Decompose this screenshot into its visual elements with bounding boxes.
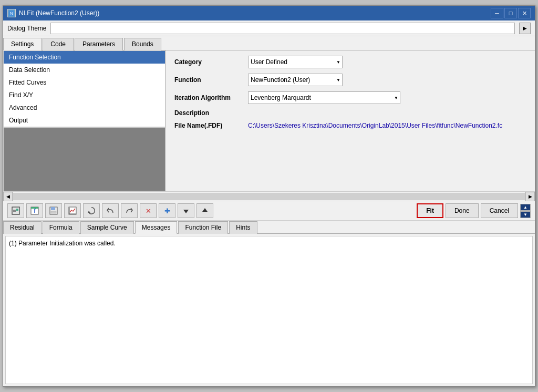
filename-value[interactable]: C:\Users\Szekeres Krisztina\Documents\Or… <box>248 122 502 129</box>
toolbar-up-btn[interactable] <box>196 203 213 218</box>
category-select[interactable]: User Defined Growth/Sigmoidal Peak Funct… <box>248 56 343 68</box>
nav-function-selection[interactable]: Function Selection <box>4 51 165 64</box>
tab-code[interactable]: Code <box>43 38 74 50</box>
left-panel: Function Selection Data Selection Fitted… <box>3 50 166 191</box>
toolbar-remove-btn[interactable]: ✕ <box>140 203 157 218</box>
description-row: Description <box>174 109 526 117</box>
function-select-wrapper: NewFunction2 (User) <box>248 74 343 86</box>
scroll-left-btn[interactable]: ◀ <box>3 192 13 201</box>
close-btn[interactable]: ✕ <box>518 8 531 18</box>
function-label: Function <box>174 76 248 84</box>
nav-output[interactable]: Output <box>4 114 165 127</box>
fit-button[interactable]: Fit <box>417 203 443 218</box>
main-window: N NLFit (NewFunction2 (User)) ─ □ ✕ Dial… <box>3 5 535 387</box>
iteration-row: Iteration Algorithm Levenberg Marquardt … <box>174 91 526 104</box>
main-tab-bar: Settings Code Parameters Bounds <box>3 36 535 50</box>
bottom-tab-bar: Residual Formula Sample Curve Messages F… <box>3 221 535 234</box>
svg-text:✕: ✕ <box>146 207 151 215</box>
toolbar-undo-btn[interactable] <box>102 203 119 218</box>
iteration-select[interactable]: Levenberg Marquardt Simplex Orthogonal D… <box>248 91 400 104</box>
scroll-up-tiny-btn[interactable]: ▲ <box>520 204 531 211</box>
minimize-btn[interactable]: ─ <box>491 8 503 18</box>
filename-row: File Name(.FDF) C:\Users\Szekeres Kriszt… <box>174 122 526 129</box>
toolbar-settings-btn[interactable] <box>7 203 24 218</box>
iteration-select-wrapper: Levenberg Marquardt Simplex Orthogonal D… <box>248 91 400 104</box>
scroll-track[interactable] <box>13 193 525 200</box>
dialog-theme-bar: Dialog Theme ▶ <box>3 20 535 36</box>
tab-formula[interactable]: Formula <box>43 221 79 234</box>
filename-label: File Name(.FDF) <box>174 122 248 129</box>
tab-settings[interactable]: Settings <box>3 38 42 50</box>
svg-marker-17 <box>183 210 189 213</box>
nav-advanced[interactable]: Advanced <box>4 101 165 114</box>
right-panel: Category User Defined Growth/Sigmoidal P… <box>166 50 535 191</box>
toolbar-chart-btn[interactable] <box>64 203 81 218</box>
title-bar-left: N NLFit (NewFunction2 (User)) <box>7 9 99 17</box>
horizontal-scrollbar: ◀ ▶ <box>3 191 535 201</box>
dialog-theme-label: Dialog Theme <box>7 25 46 32</box>
toolbar-redo-btn[interactable] <box>121 203 138 218</box>
svg-rect-4 <box>16 209 18 211</box>
category-row: Category User Defined Growth/Sigmoidal P… <box>174 56 526 68</box>
maximize-btn[interactable]: □ <box>504 8 517 18</box>
nav-list: Function Selection Data Selection Fitted… <box>3 50 165 127</box>
svg-marker-18 <box>202 208 208 212</box>
app-icon: N <box>7 9 16 17</box>
description-label: Description <box>174 109 248 117</box>
category-label: Category <box>174 58 248 66</box>
tab-residual[interactable]: Residual <box>3 221 42 234</box>
category-select-wrapper: User Defined Growth/Sigmoidal Peak Funct… <box>248 56 343 68</box>
dialog-theme-input[interactable] <box>50 23 515 34</box>
svg-rect-3 <box>13 210 16 212</box>
iteration-label: Iteration Algorithm <box>174 94 248 101</box>
tab-bounds[interactable]: Bounds <box>124 38 161 50</box>
svg-marker-14 <box>88 211 90 213</box>
nav-find-xy[interactable]: Find X/Y <box>4 89 165 101</box>
scroll-down-tiny-btn[interactable]: ▼ <box>520 211 531 218</box>
function-row: Function NewFunction2 (User) <box>174 74 526 86</box>
toolbar: f <box>3 201 535 221</box>
scroll-up-down-btns: ▲ ▼ <box>520 204 531 218</box>
toolbar-datainfo-btn[interactable]: f <box>26 203 43 218</box>
output-area: (1) Parameter Initialization was called. <box>5 236 533 384</box>
window-title: NLFit (NewFunction2 (User)) <box>19 9 99 17</box>
svg-text:✚: ✚ <box>164 207 170 215</box>
dialog-theme-arrow-btn[interactable]: ▶ <box>519 23 531 34</box>
svg-rect-9 <box>51 207 55 210</box>
toolbar-add-btn[interactable]: ✚ <box>159 203 175 218</box>
output-message: (1) Parameter Initialization was called. <box>9 240 116 247</box>
svg-text:N: N <box>10 11 13 16</box>
svg-rect-10 <box>51 211 56 213</box>
nav-fitted-curves[interactable]: Fitted Curves <box>4 76 165 89</box>
scroll-right-btn[interactable]: ▶ <box>525 192 535 201</box>
nav-data-selection[interactable]: Data Selection <box>4 64 165 76</box>
done-button[interactable]: Done <box>446 203 479 218</box>
window-controls: ─ □ ✕ <box>491 8 531 18</box>
tab-messages[interactable]: Messages <box>135 221 178 234</box>
tab-hints[interactable]: Hints <box>229 221 257 234</box>
toolbar-down-btn[interactable] <box>178 203 194 218</box>
toolbar-save-btn[interactable] <box>45 203 62 218</box>
svg-rect-7 <box>31 207 38 209</box>
title-bar: N NLFit (NewFunction2 (User)) ─ □ ✕ <box>3 6 535 20</box>
tab-function-file[interactable]: Function File <box>178 221 228 234</box>
function-select[interactable]: NewFunction2 (User) <box>248 74 343 86</box>
toolbar-refresh-btn[interactable] <box>83 203 100 218</box>
tab-sample-curve[interactable]: Sample Curve <box>80 221 134 234</box>
main-content: Function Selection Data Selection Fitted… <box>3 50 535 191</box>
tab-parameters[interactable]: Parameters <box>75 38 123 50</box>
cancel-button[interactable]: Cancel <box>481 203 518 218</box>
left-preview <box>3 127 165 191</box>
